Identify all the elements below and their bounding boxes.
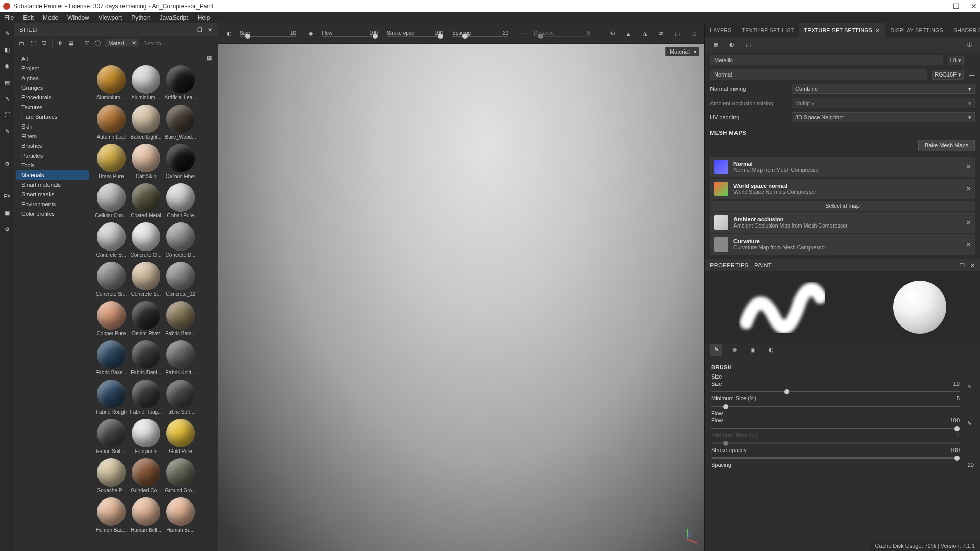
material-item[interactable]: Concrete B... [95, 222, 128, 258]
shelf-category-skin[interactable]: Skin [16, 122, 89, 131]
close-button[interactable]: ✕ [971, 2, 977, 10]
material-item[interactable]: Human Bell... [130, 497, 162, 533]
shelf-filter-icon[interactable]: ▽ [83, 38, 90, 48]
mesh-map-remove-icon[interactable]: ✕ [966, 186, 971, 192]
persp-icon[interactable]: ◫ [688, 28, 699, 39]
material-item[interactable]: Aluminium ... [95, 65, 128, 101]
tab-layers[interactable]: LAYERS [705, 23, 737, 37]
shelf-search-input[interactable] [143, 40, 214, 46]
clone-tool-icon[interactable]: ⛶ [3, 110, 12, 119]
shelf-save-icon[interactable]: 🖫 [41, 38, 48, 48]
sym-settings-icon[interactable]: ⧉ [655, 28, 667, 39]
shelf-undock-icon[interactable]: ❐ [197, 27, 203, 33]
shelf-category-environments[interactable]: Environments [16, 199, 89, 209]
shelf-view-icon[interactable]: 👁 [56, 38, 63, 48]
mesh-map-remove-icon[interactable]: ✕ [966, 241, 971, 248]
normal-mixing-dropdown[interactable]: Combine ▾ [792, 84, 975, 94]
fill-tool-icon[interactable]: ▤ [3, 78, 12, 87]
shelf-category-all[interactable]: All [16, 54, 89, 63]
material-item[interactable]: Concrete Si... [95, 262, 128, 297]
menu-window[interactable]: Window [67, 14, 89, 21]
prop-tab-brush-icon[interactable]: ✎ [710, 344, 722, 356]
shelf-import-icon[interactable]: ⬚ [30, 38, 37, 48]
channel-format-dropdown[interactable]: L8 ▾ [948, 56, 964, 65]
mesh-map-row[interactable]: CurvatureCurvature Map from Mesh Compres… [710, 234, 975, 255]
render-settings-icon[interactable]: ⚙ [3, 224, 12, 234]
menu-edit[interactable]: Edit [23, 14, 34, 21]
material-item[interactable]: Fabric Roug... [130, 380, 162, 415]
shelf-home-icon[interactable]: 🗀 [18, 38, 26, 48]
viewport-mode-dropdown[interactable]: Material [665, 47, 699, 56]
shelf-grid-size-icon[interactable]: ▦ [205, 53, 214, 62]
material-item[interactable]: Fabric Base... [95, 340, 128, 375]
shelf-receive-icon[interactable]: ⬓ [67, 38, 75, 48]
uv-padding-dropdown[interactable]: 3D Space Neighbor ▾ [792, 112, 975, 122]
projection-tool-icon[interactable]: ◉ [3, 61, 12, 70]
brush-opac-slider[interactable] [711, 457, 960, 459]
shelf-category-alphas[interactable]: Alphas [16, 73, 89, 83]
material-item[interactable]: Autumn Leaf [95, 105, 128, 140]
material-item[interactable]: Gouache P... [95, 458, 128, 493]
material-item[interactable]: Fabric Knitt... [164, 340, 197, 375]
mesh-map-row[interactable]: NormalNormal Map from Mesh Compressor✕ [710, 157, 975, 177]
shelf-filter-chip[interactable]: Materi... ✕ [105, 39, 139, 47]
channel-name[interactable]: Normal [710, 69, 927, 80]
camera-icon[interactable]: ⬚ [672, 28, 683, 39]
material-item[interactable]: Cellular Con... [95, 183, 128, 218]
shelf-category-filters[interactable]: Filters [16, 132, 89, 141]
material-item[interactable]: Bare_Wood... [164, 105, 197, 140]
mesh-map-remove-icon[interactable]: ✕ [966, 164, 971, 170]
material-picker-icon[interactable]: ✎ [3, 127, 12, 136]
mesh-map-row[interactable]: Ambient occlusionAmbient Occlusion Map f… [710, 212, 975, 233]
brush-minsize-slider[interactable] [711, 406, 960, 407]
ao-mixing-dropdown[interactable]: Multiply ▾ [792, 98, 975, 108]
material-item[interactable]: Concrete D... [164, 222, 197, 258]
menu-file[interactable]: File [4, 14, 14, 21]
shelf-filter-chip-close-icon[interactable]: ✕ [132, 40, 136, 46]
properties-close-icon[interactable]: ✕ [970, 262, 975, 269]
material-item[interactable]: Denim Rivet [130, 301, 162, 336]
bake-mesh-maps-button[interactable]: Bake Mesh Maps [918, 140, 975, 151]
minimize-button[interactable]: — [935, 2, 942, 10]
mesh-map-remove-icon[interactable]: ✕ [966, 219, 971, 226]
shelf-category-procedurals[interactable]: Procedurals [16, 93, 89, 102]
menu-mode[interactable]: Mode [43, 14, 58, 21]
brush-flow-slider[interactable] [711, 428, 960, 429]
properties-undock-icon[interactable]: ❐ [960, 262, 965, 269]
paint-tool-icon[interactable]: ✎ [3, 29, 12, 38]
material-item[interactable]: Ground Gra... [164, 458, 197, 493]
material-item[interactable]: Gold Pure [164, 419, 197, 454]
material-item[interactable]: Footprints [130, 419, 162, 454]
shelf-category-textures[interactable]: Textures [16, 103, 89, 112]
channel-name[interactable]: Metallic [710, 55, 943, 65]
material-item[interactable]: Grinded Co... [130, 458, 162, 493]
eraser-tool-icon[interactable]: ◧ [3, 45, 12, 54]
material-item[interactable]: Baked Light... [130, 105, 162, 140]
material-item[interactable]: Artificial Lea... [164, 65, 197, 101]
prop-tab-stencil-icon[interactable]: ▣ [747, 344, 759, 356]
brush-preview-icon[interactable]: ◐ [224, 28, 235, 39]
select-id-map-button[interactable]: Select id map [710, 201, 975, 211]
shelf-category-grunges[interactable]: Grunges [16, 83, 89, 92]
menu-viewport[interactable]: Viewport [99, 14, 122, 21]
tab-texture-set-settings[interactable]: TEXTURE SET SETTINGS✕ [799, 23, 886, 37]
prop-tab-material-icon[interactable]: ◐ [765, 344, 777, 356]
material-item[interactable]: Concrete Cl... [130, 222, 162, 258]
material-item[interactable]: Calf Skin [130, 144, 162, 179]
vt-spacing-slider[interactable] [452, 36, 508, 37]
prop-tab-alpha-icon[interactable]: ◈ [728, 344, 741, 356]
channel-format-dropdown[interactable]: RGB16F ▾ [932, 70, 964, 80]
shelf-category-tools[interactable]: Tools [16, 161, 89, 170]
tab-display-settings[interactable]: DISPLAY SETTINGS [885, 23, 948, 37]
lazy-mouse-icon[interactable]: 〰 [518, 28, 529, 39]
material-item[interactable]: Fabric Soft ... [164, 380, 197, 415]
axis-gizmo[interactable] [680, 529, 695, 544]
material-item[interactable]: Brass Pure [95, 144, 128, 179]
material-item[interactable]: Carbon Fiber [164, 144, 197, 179]
brush-size-slider[interactable] [711, 391, 960, 392]
material-item[interactable]: Concrete S... [130, 262, 162, 297]
iray-icon[interactable]: ▣ [3, 208, 12, 217]
pen-pressure-flow-icon[interactable]: ✎ [965, 420, 974, 427]
tss-size-icon[interactable]: ⬚ [743, 39, 754, 51]
tab-tss-close-icon[interactable]: ✕ [875, 27, 880, 33]
